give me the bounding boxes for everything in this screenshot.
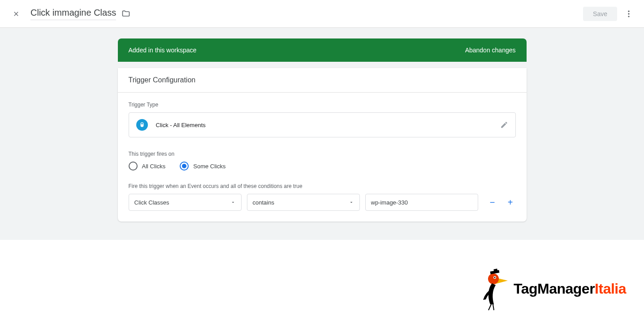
remove-condition-button[interactable]: − bbox=[487, 197, 498, 208]
trigger-type-selector[interactable]: Click - All Elements bbox=[129, 112, 516, 137]
banner-message: Added in this workspace bbox=[129, 47, 197, 54]
trigger-panel: Added in this workspace Abandon changes … bbox=[118, 38, 527, 240]
abandon-changes-button[interactable]: Abandon changes bbox=[465, 47, 516, 54]
trigger-type-label: Trigger Type bbox=[129, 102, 516, 108]
svg-point-6 bbox=[494, 277, 495, 278]
page-title[interactable]: Click immagine Class bbox=[30, 8, 116, 20]
add-condition-button[interactable]: + bbox=[505, 197, 516, 208]
folder-icon[interactable] bbox=[121, 9, 130, 18]
svg-rect-8 bbox=[493, 269, 497, 273]
mouse-click-icon bbox=[136, 119, 148, 131]
condition-variable-select[interactable]: Click Classes bbox=[129, 194, 242, 211]
condition-buttons: − + bbox=[484, 197, 516, 208]
pencil-icon[interactable] bbox=[500, 121, 508, 129]
svg-point-1 bbox=[628, 13, 629, 14]
brand-text: TagManagerItalia bbox=[514, 281, 626, 297]
fires-on-label: This trigger fires on bbox=[129, 151, 516, 157]
bird-icon bbox=[479, 266, 510, 311]
top-bar: Click immagine Class Save bbox=[0, 0, 644, 28]
brand-suffix: Italia bbox=[595, 281, 626, 297]
svg-point-2 bbox=[628, 16, 629, 17]
brand-prefix: TagManager bbox=[514, 281, 595, 297]
fires-on-radio-group: All Clicks Some Clicks bbox=[129, 162, 516, 171]
radio-icon bbox=[129, 162, 138, 171]
svg-rect-7 bbox=[490, 270, 500, 274]
radio-some-clicks[interactable]: Some Clicks bbox=[180, 162, 225, 171]
svg-marker-3 bbox=[494, 277, 508, 284]
svg-line-10 bbox=[493, 304, 494, 310]
canvas: Added in this workspace Abandon changes … bbox=[0, 28, 644, 240]
chevron-down-icon bbox=[230, 200, 236, 205]
close-icon[interactable] bbox=[11, 9, 22, 19]
trigger-config-card: Trigger Configuration Trigger Type Click… bbox=[118, 68, 527, 222]
svg-point-5 bbox=[493, 276, 496, 279]
conditions-label: Fire this trigger when an Event occurs a… bbox=[129, 183, 516, 189]
radio-all-label: All Clicks bbox=[142, 163, 166, 170]
chevron-down-icon bbox=[349, 200, 354, 205]
condition-row: Click Classes contains − + bbox=[129, 194, 516, 211]
brand-watermark: TagManagerItalia bbox=[479, 266, 626, 311]
condition-operator-value: contains bbox=[253, 199, 274, 206]
more-icon[interactable] bbox=[624, 9, 633, 18]
svg-point-4 bbox=[488, 273, 499, 284]
svg-line-9 bbox=[488, 304, 491, 310]
save-button[interactable]: Save bbox=[583, 7, 617, 21]
radio-icon bbox=[180, 162, 189, 171]
radio-all-clicks[interactable]: All Clicks bbox=[129, 162, 166, 171]
workspace-banner: Added in this workspace Abandon changes bbox=[118, 38, 527, 62]
trigger-type-value: Click - All Elements bbox=[156, 122, 206, 128]
radio-some-label: Some Clicks bbox=[193, 163, 225, 170]
condition-value-input[interactable] bbox=[365, 194, 478, 211]
config-section-title: Trigger Configuration bbox=[118, 68, 527, 93]
condition-variable-value: Click Classes bbox=[134, 199, 169, 206]
condition-operator-select[interactable]: contains bbox=[247, 194, 360, 211]
svg-point-0 bbox=[628, 10, 629, 12]
